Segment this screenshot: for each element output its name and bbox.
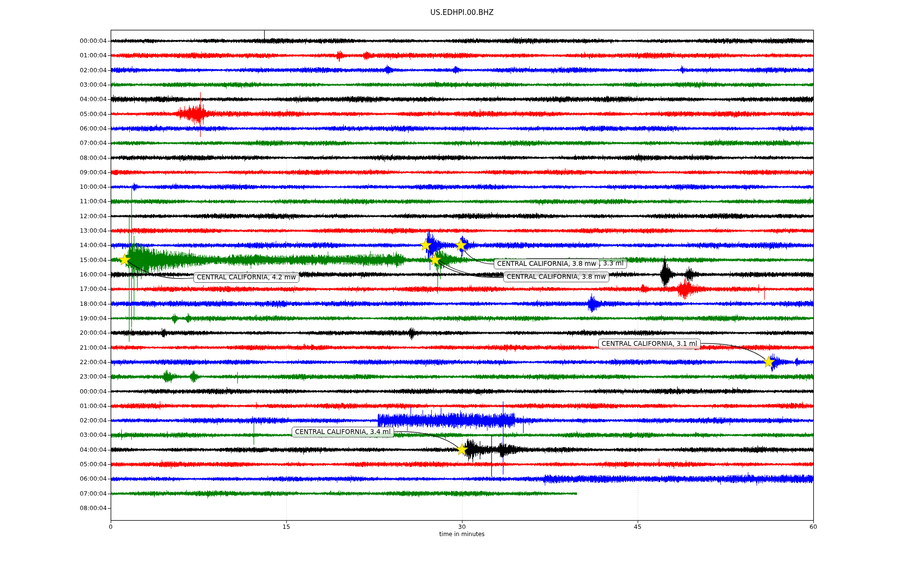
row-time-label: 10:00:04	[64, 183, 107, 191]
row-time-label: 23:00:04	[64, 373, 107, 381]
event-annotation: CENTRAL CALIFORNIA, 4.2 mw	[193, 272, 299, 283]
x-tick-label: 45	[623, 523, 652, 530]
row-time-label: 18:00:04	[64, 300, 107, 308]
row-time-label: 06:00:04	[64, 475, 107, 483]
row-time-label: 19:00:04	[64, 315, 107, 322]
row-time-label: 06:00:04	[64, 125, 107, 132]
row-time-label: 14:00:04	[64, 241, 107, 249]
seismogram-canvas	[0, 0, 924, 578]
row-time-label: 07:00:04	[64, 139, 107, 147]
row-time-label: 20:00:04	[64, 329, 107, 337]
row-time-label: 02:00:04	[64, 417, 107, 424]
row-time-label: 21:00:04	[64, 344, 107, 352]
row-time-label: 00:00:04	[64, 388, 107, 395]
x-tick-label: 60	[799, 523, 828, 530]
event-annotation: CENTRAL CALIFORNIA, 3.4 ml	[292, 427, 394, 437]
row-time-label: 03:00:04	[64, 431, 107, 439]
row-time-label: 05:00:04	[64, 110, 107, 118]
row-time-label: 01:00:04	[64, 402, 107, 410]
row-time-label: 15:00:04	[64, 256, 107, 264]
row-time-label: 02:00:04	[64, 66, 107, 74]
row-time-label: 11:00:04	[64, 197, 107, 205]
row-time-label: 09:00:04	[64, 169, 107, 176]
event-annotation: CENTRAL CALIFORNIA, 3.1 ml	[598, 339, 701, 349]
figure: US.EDHPI.00.BHZ time in minutes 00:00:04…	[0, 0, 924, 578]
event-annotation: CENTRAL CALIFORNIA, 3.8 mw	[503, 272, 609, 282]
row-time-label: 17:00:04	[64, 285, 107, 293]
row-time-label: 04:00:04	[64, 95, 107, 103]
row-time-label: 00:00:04	[64, 37, 107, 45]
row-time-label: 01:00:04	[64, 52, 107, 59]
row-time-label: 22:00:04	[64, 358, 107, 366]
row-time-label: 04:00:04	[64, 446, 107, 454]
chart-title: US.EDHPI.00.BHZ	[0, 8, 924, 17]
x-tick-label: 30	[448, 523, 476, 530]
event-annotation: CENTRAL CALIFORNIA, 3.8 mw	[494, 259, 600, 269]
row-time-label: 07:00:04	[64, 490, 107, 498]
row-time-label: 08:00:04	[64, 154, 107, 162]
row-time-label: 08:00:04	[64, 504, 107, 512]
row-time-label: 05:00:04	[64, 460, 107, 468]
x-axis-label: time in minutes	[111, 531, 813, 538]
row-time-label: 03:00:04	[64, 81, 107, 89]
x-tick-label: 0	[96, 523, 125, 530]
x-tick-label: 15	[272, 523, 301, 530]
row-time-label: 12:00:04	[64, 212, 107, 220]
row-time-label: 13:00:04	[64, 227, 107, 235]
row-time-label: 16:00:04	[64, 271, 107, 278]
